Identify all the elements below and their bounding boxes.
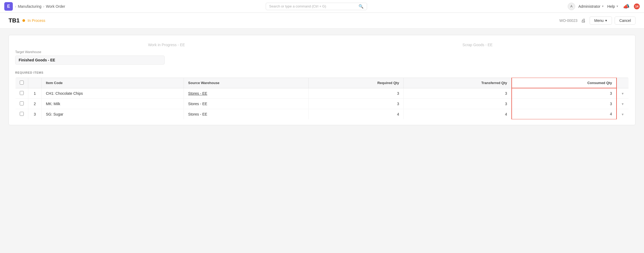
row2-source-warehouse: Stores - EE	[184, 98, 308, 109]
col-header-checkbox	[15, 78, 28, 88]
user-avatar: A	[568, 3, 575, 10]
cancel-button[interactable]: Cancel	[615, 17, 635, 25]
table-row: 2 MK: Milk Stores - EE 3 3 3 ▼	[15, 98, 629, 109]
col-header-consumed-qty: Consumed Qty	[512, 78, 617, 88]
row2-checkbox-cell	[15, 98, 28, 109]
row1-source-warehouse: Stores - EE	[184, 88, 308, 98]
search-area: Search or type a command (Ctrl + G) 🔍	[67, 3, 566, 10]
page-header: TB1 In Process WO-00023 🖨 Menu ▼ Cancel	[0, 13, 644, 29]
row1-consumed-qty: 3	[512, 88, 617, 98]
menu-chevron-icon: ▼	[605, 19, 608, 22]
row2-transferred-qty: 3	[404, 98, 512, 109]
page-bottom	[9, 125, 635, 136]
row2-item-code: MK: Milk	[42, 98, 184, 109]
row3-item-code: SG: Sugar	[42, 109, 184, 119]
status-dot	[22, 19, 25, 22]
print-icon[interactable]: 🖨	[580, 17, 587, 25]
row3-num: 3	[28, 109, 42, 119]
app-icon[interactable]: E	[4, 2, 13, 11]
target-warehouse-value: Finished Goods - EE	[15, 56, 165, 65]
row3-checkbox-cell	[15, 109, 28, 119]
search-box[interactable]: Search or type a command (Ctrl + G) 🔍	[266, 3, 367, 10]
row2-required-qty: 3	[308, 98, 403, 109]
row3-dropdown-cell[interactable]: ▼	[617, 109, 629, 119]
row2-dropdown-cell[interactable]: ▼	[617, 98, 629, 109]
status-label: In Process	[28, 18, 45, 23]
search-icon: 🔍	[359, 4, 364, 9]
row3-transferred-qty: 4	[404, 109, 512, 119]
required-items-section-label: REQUIRED ITEMS	[15, 71, 629, 74]
col-header-num	[28, 78, 42, 88]
row2-consumed-qty: 3	[512, 98, 617, 109]
title-area: TB1 In Process	[9, 17, 45, 24]
row1-num: 1	[28, 88, 42, 98]
required-items-table: Item Code Source Warehouse Required Qty …	[15, 77, 629, 120]
wo-number: WO-00023	[559, 18, 578, 23]
row1-checkbox-cell	[15, 88, 28, 98]
page-actions: WO-00023 🖨 Menu ▼ Cancel	[559, 17, 635, 25]
breadcrumb-sep1: ›	[15, 4, 16, 9]
admin-chevron-icon: ▼	[601, 5, 604, 8]
row1-required-qty: 3	[308, 88, 403, 98]
breadcrumb-manufacturing[interactable]: Manufacturing	[18, 4, 42, 9]
breadcrumb: › Manufacturing › Work Order	[15, 4, 65, 9]
col-header-actions	[617, 78, 629, 88]
row2-checkbox[interactable]	[20, 101, 24, 105]
col-header-source-warehouse: Source Warehouse	[184, 78, 308, 88]
partial-wip-warehouse: Work in Progress - EE	[15, 43, 318, 47]
row1-checkbox[interactable]	[20, 91, 24, 95]
row2-dropdown-icon[interactable]: ▼	[621, 102, 624, 106]
target-warehouse-block: Target Warehouse Finished Goods - EE	[15, 50, 165, 65]
col-header-transferred-qty: Transferred Qty	[404, 78, 512, 88]
help-menu[interactable]: Help ▼	[607, 4, 619, 9]
row1-item-code: CH1: Chocolate Chips	[42, 88, 184, 98]
menu-button[interactable]: Menu ▼	[590, 17, 612, 25]
search-placeholder-text: Search or type a command (Ctrl + G)	[269, 4, 356, 8]
main-content: Work in Progress - EE Scrap Goods - EE T…	[0, 35, 644, 144]
table-row: 3 SG: Sugar Stores - EE 4 4 4 ▼	[15, 109, 629, 119]
col-header-required-qty: Required Qty	[308, 78, 403, 88]
help-chevron-icon: ▼	[616, 5, 619, 8]
row1-dropdown-cell[interactable]: ▼	[617, 88, 629, 98]
row2-num: 2	[28, 98, 42, 109]
target-warehouse-label: Target Warehouse	[15, 50, 165, 54]
page-title: TB1	[9, 17, 20, 24]
row3-consumed-qty: 4	[512, 109, 617, 119]
row3-required-qty: 4	[308, 109, 403, 119]
notification-badge[interactable]: 14	[634, 3, 640, 9]
navbar: E › Manufacturing › Work Order Search or…	[0, 0, 644, 13]
chat-icon[interactable]: 📣	[622, 2, 631, 11]
row1-transferred-qty: 3	[404, 88, 512, 98]
select-all-checkbox[interactable]	[20, 81, 24, 85]
row1-warehouse-link[interactable]: Stores - EE	[188, 91, 207, 96]
breadcrumb-workorder[interactable]: Work Order	[46, 4, 65, 9]
nav-right: A Administrator ▼ Help ▼ 📣 14	[568, 2, 640, 11]
admin-menu[interactable]: Administrator ▼	[578, 4, 604, 9]
table-row: 1 CH1: Chocolate Chips Stores - EE 3 3 3…	[15, 88, 629, 98]
col-header-item-code: Item Code	[42, 78, 184, 88]
table-header-row: Item Code Source Warehouse Required Qty …	[15, 78, 629, 88]
breadcrumb-sep2: ›	[43, 4, 44, 9]
partial-warehouse-row: Work in Progress - EE Scrap Goods - EE	[15, 41, 629, 47]
row3-dropdown-icon[interactable]: ▼	[621, 113, 624, 116]
row3-source-warehouse: Stores - EE	[184, 109, 308, 119]
partial-scrap-warehouse: Scrap Goods - EE	[326, 43, 629, 47]
row3-checkbox[interactable]	[20, 112, 24, 116]
form-card: Work in Progress - EE Scrap Goods - EE T…	[9, 35, 635, 125]
row1-dropdown-icon[interactable]: ▼	[621, 92, 624, 96]
